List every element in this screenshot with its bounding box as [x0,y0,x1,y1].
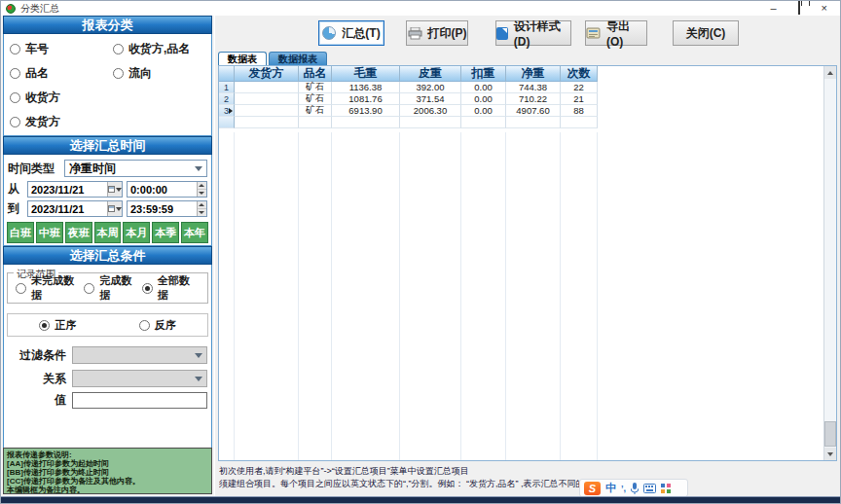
ime-toolbox-icon[interactable] [661,484,671,493]
window-title: 分类汇总 [20,2,59,16]
radio-icon [10,44,20,54]
time-body: 时间类型 净重时间 从 到 [3,155,212,246]
radio-flow-direction[interactable]: 流向 [113,65,190,82]
vertical-scrollbar[interactable] [823,66,836,460]
relation-select[interactable] [72,370,207,387]
radio-icon [139,320,150,331]
chevron-down-icon [195,166,202,171]
quick-button-this-year[interactable]: 本年 [181,222,208,243]
minimize-button[interactable]: – [770,3,776,14]
to-time-spinner[interactable] [127,200,207,217]
radio-all-data[interactable]: 全部数据 [142,273,200,303]
quick-button-night-shift[interactable]: 夜班 [65,222,92,243]
calendar-icon[interactable] [107,201,122,216]
column-header-consignor[interactable]: 发货方 [235,66,299,82]
chevron-down-icon [195,353,202,358]
from-date-picker[interactable] [27,181,123,198]
radio-product[interactable]: 品名 [10,65,87,82]
design-style-button[interactable]: 设计样式(D) [495,20,571,46]
radio-ascending[interactable]: 正序 [39,318,76,333]
tab-strip: 数据表 数据报表 [218,52,837,65]
table-row[interactable]: 3 矿石 6913.90 2006.30 0.00 4907.60 88 [219,105,836,117]
radio-consignee-product[interactable]: 收货方,品名 [113,41,190,57]
report-parameter-note: 报表传递参数说明: [AA]传递打印参数为起始时间 [BB]传递打印参数为终止时… [3,448,212,494]
spinner-icon[interactable] [197,182,206,197]
radio-icon [10,92,20,103]
sidebar: 报表分类 车号 品名 收货方 发货方 发货方,品名 [1,16,214,503]
restore-icon [798,1,800,15]
radio-icon [84,283,94,294]
time-type-label: 时间类型 [8,161,64,177]
quick-button-this-week[interactable]: 本周 [94,222,122,243]
value-label: 值 [8,392,72,409]
sogou-ime-icon[interactable]: S [584,482,601,495]
radio-consignee[interactable]: 收货方 [10,90,87,106]
column-header-gross[interactable]: 毛重 [332,66,400,82]
spinner-icon[interactable] [197,201,206,216]
current-row-marker-icon [229,108,233,114]
tab-data-table[interactable]: 数据表 [218,52,267,65]
radio-icon [113,68,124,79]
to-date-picker[interactable] [27,200,123,217]
ime-language-toggle[interactable]: 中 [605,481,616,495]
ime-punctuation-toggle[interactable]: ’, [621,484,626,493]
keyboard-icon[interactable] [643,484,656,493]
quick-button-this-quarter[interactable]: 本季 [152,222,179,243]
from-date-input[interactable] [28,182,107,197]
close-form-button[interactable]: 关闭(C) [673,20,739,46]
status-line-1: 初次使用者,请到“构建平台”->“设置汇总项目”菜单中设置汇总项目 [219,465,837,478]
scrollbar-thumb[interactable] [824,421,836,447]
radio-consignor[interactable]: 发货方 [10,114,87,130]
export-button[interactable]: 导出(O) [585,20,647,46]
tab-data-report[interactable]: 数据报表 [269,52,327,65]
section-header-conditions: 选择汇总条件 [3,246,212,265]
empty-table-row [219,117,836,128]
row-number-header [219,66,235,82]
export-icon [586,27,601,39]
summarize-button[interactable]: 汇总(T) [318,20,384,46]
grid-column-lines [219,132,598,460]
ime-toolbar[interactable]: S 中 ’, [579,479,688,497]
status-line-2: 须建组合项目。每个项目之间应以英文状态下的“,”分割。例如： “发货方,品名” … [219,478,837,490]
radio-descending[interactable]: 反序 [139,318,176,333]
scroll-up-icon[interactable] [824,66,836,79]
column-header-count[interactable]: 次数 [561,66,598,82]
column-header-net[interactable]: 净重 [506,66,561,82]
status-help-text: 初次使用者,请到“构建平台”->“设置汇总项目”菜单中设置汇总项目 须建组合项目… [219,465,837,498]
to-date-input[interactable] [28,201,107,216]
from-time-spinner[interactable] [127,181,207,198]
radio-vehicle-no[interactable]: 车号 [10,41,87,57]
column-header-tare[interactable]: 皮重 [400,66,461,82]
quick-button-day-shift[interactable]: 白班 [7,222,34,243]
time-type-select[interactable]: 净重时间 [64,160,207,177]
main-area: 汇总(T) 打印(P) 设计样式(D) 导出(O) 关闭(C) 数据表 数据报表 [215,16,840,503]
microphone-icon[interactable] [631,483,639,494]
calendar-icon[interactable] [107,182,122,197]
column-header-deduct[interactable]: 扣重 [461,66,506,82]
radio-icon [10,117,20,127]
radio-finished-data[interactable]: 完成数据 [84,273,141,303]
radio-icon [10,68,20,79]
data-grid: 发货方 品名 毛重 皮重 扣重 净重 次数 1 矿石 1136.38 392.0… [218,65,837,461]
title-bar: 分类汇总 – × [1,1,840,16]
scroll-down-icon[interactable] [824,448,836,460]
quick-button-this-month[interactable]: 本月 [123,222,150,243]
conditions-body: 记录范围 未完成数据 完成数据 全部数据 正序 [3,265,212,451]
value-input[interactable] [73,393,206,408]
maximize-button[interactable] [798,3,800,14]
print-button[interactable]: 打印(P) [406,20,468,46]
to-label: 到 [8,200,23,217]
app-icon [6,4,16,14]
from-time-input[interactable] [128,182,197,197]
filter-condition-select[interactable] [72,346,207,364]
quick-button-mid-shift[interactable]: 中班 [36,222,63,243]
to-time-input[interactable] [128,201,197,216]
radio-unfinished-data[interactable]: 未完成数据 [16,273,84,303]
app-window: { "window": { "title": "分类汇总", "minimize… [0,0,841,504]
close-button[interactable]: × [822,3,827,14]
record-scope-groupbox: 记录范围 未完成数据 完成数据 全部数据 [7,272,208,304]
column-header-product[interactable]: 品名 [299,66,332,82]
chevron-down-icon [195,377,202,381]
sort-order-box: 正序 反序 [7,313,208,337]
radio-icon [39,320,50,331]
